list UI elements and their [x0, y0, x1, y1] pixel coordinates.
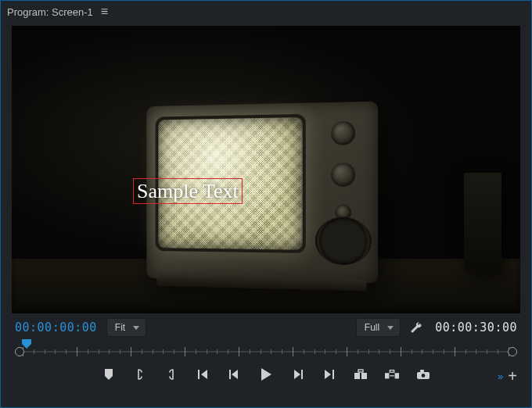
viewport-container: Sample Text	[1, 21, 531, 315]
zoom-dropdown-label: Fit	[115, 322, 125, 333]
panel-titlebar: Program: Screen-1 ≡	[1, 1, 531, 21]
step-back-button[interactable]	[227, 367, 241, 381]
svg-rect-0	[354, 373, 360, 379]
resolution-dropdown[interactable]: Full	[356, 318, 401, 337]
svg-rect-1	[361, 373, 367, 379]
program-monitor-panel: Program: Screen-1 ≡ Sample Text	[0, 0, 532, 408]
chevron-down-icon	[133, 326, 139, 330]
chevron-down-icon	[387, 326, 394, 330]
playhead-icon[interactable]	[21, 338, 32, 349]
tv-knob	[331, 163, 355, 187]
svg-point-8	[422, 374, 426, 378]
settings-wrench-icon[interactable]	[410, 321, 422, 334]
ruler-ticks	[23, 347, 509, 356]
step-forward-button[interactable]	[291, 367, 305, 381]
go-to-in-button[interactable]	[196, 367, 210, 381]
panel-menu-icon[interactable]: ≡	[101, 5, 108, 18]
extract-button[interactable]	[385, 367, 399, 381]
svg-rect-4	[395, 373, 399, 378]
time-ruler[interactable]	[15, 340, 517, 363]
transport-overflow: » +	[498, 368, 517, 384]
button-editor-plus-icon[interactable]: +	[508, 368, 517, 384]
resolution-dropdown-label: Full	[365, 322, 379, 333]
svg-rect-7	[420, 370, 424, 372]
tv-speaker-grille	[315, 217, 372, 265]
program-viewport[interactable]: Sample Text	[12, 26, 520, 313]
mark-out-button[interactable]	[164, 367, 178, 381]
export-frame-button[interactable]	[416, 367, 430, 381]
add-marker-button[interactable]	[102, 367, 116, 381]
expand-buttons-icon[interactable]: »	[498, 371, 503, 381]
title-text-overlay[interactable]: Sample Text	[133, 178, 243, 204]
status-row: 00:00:00:00 Fit Full 00:00:30:00	[1, 315, 531, 338]
svg-rect-5	[390, 370, 394, 373]
play-button[interactable]	[258, 367, 274, 382]
ruler-endcap-right[interactable]	[508, 347, 517, 356]
go-to-out-button[interactable]	[322, 367, 336, 381]
timecode-duration[interactable]: 00:00:30:00	[435, 320, 517, 335]
video-frame-speaker	[464, 173, 501, 271]
lift-button[interactable]	[354, 367, 368, 381]
tv-knobs	[320, 121, 367, 220]
zoom-dropdown[interactable]: Fit	[106, 318, 146, 337]
transport-controls: » +	[1, 363, 531, 388]
svg-rect-2	[358, 370, 363, 372]
mark-in-button[interactable]	[133, 367, 147, 381]
timecode-current[interactable]: 00:00:00:00	[15, 320, 97, 335]
svg-rect-3	[385, 373, 389, 378]
tv-knob	[331, 121, 355, 145]
panel-title: Program: Screen-1	[7, 6, 93, 18]
